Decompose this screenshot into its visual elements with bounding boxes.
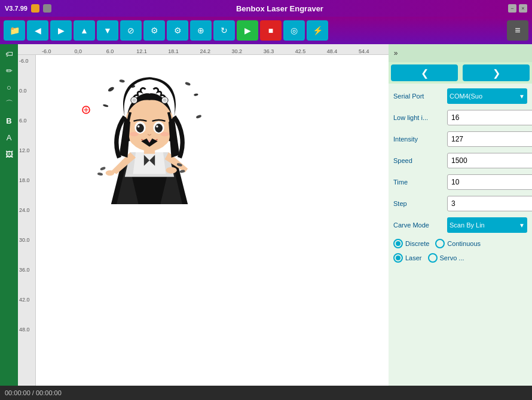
drawing-area[interactable] [36, 55, 389, 386]
discrete-continuous-group: Discrete Continuous [393, 239, 527, 248]
app-title: Benbox Laser Engraver [236, 4, 323, 13]
intensity-label: Intensity [393, 136, 447, 143]
pen-tool-button[interactable]: ✏ [2, 63, 16, 78]
title-bar-left: V3.7.99 [5, 4, 51, 13]
step-input[interactable] [447, 196, 532, 211]
dot-orange [31, 4, 39, 13]
tag-tool-button[interactable]: 🏷 [2, 47, 16, 61]
serial-port-dropdown[interactable]: COM4(Suo ▼ [447, 88, 527, 104]
continuous-radio-item[interactable]: Continuous [435, 239, 481, 248]
svg-point-7 [194, 93, 198, 96]
speed-row: Speed [393, 153, 527, 168]
ruler-mark: -6.0 [42, 48, 51, 54]
ruler-mark: 48.4 [327, 48, 338, 54]
speed-label: Speed [393, 157, 447, 164]
low-light-input[interactable] [447, 110, 532, 125]
ruler-mark: 54.4 [359, 48, 369, 54]
ruler-mark: 6.0 [106, 48, 114, 54]
intensity-input[interactable] [447, 131, 532, 147]
stop-button[interactable]: ■ [260, 20, 282, 41]
svg-point-3 [108, 86, 115, 92]
down-button[interactable]: ▼ [97, 20, 118, 41]
ruler-mark: 12.1 [136, 48, 147, 54]
v-ruler-mark: 42.0 [19, 297, 30, 303]
next-button[interactable]: ▶ [50, 20, 72, 41]
close-button[interactable]: × [519, 4, 527, 13]
nav-next-button[interactable]: ❯ [463, 64, 530, 81]
v-ruler-mark: 48.0 [19, 327, 30, 333]
settings2-button[interactable]: ⚙ [167, 20, 188, 41]
nav-buttons: ❮ ❯ [389, 62, 532, 84]
gear-button[interactable]: ⚙ [143, 20, 165, 41]
svg-point-27 [156, 125, 158, 128]
toolbar: 📁 ◀ ▶ ▲ ▼ ⊘ ⚙ ⚙ ⊕ ↻ ▶ ■ ◎ ⚡ ≡ [0, 17, 532, 44]
anime-character-image [84, 73, 215, 204]
carve-mode-label: Carve Mode [393, 221, 447, 229]
svg-point-24 [136, 124, 144, 133]
continuous-radio-circle [435, 239, 445, 248]
panel-toggle-button[interactable]: » [389, 46, 403, 60]
carve-mode-dropdown[interactable]: Scan By Lin ▼ [447, 217, 527, 233]
low-light-row: Low light i... [393, 110, 527, 125]
dot-gray [43, 4, 51, 13]
speed-input[interactable] [447, 153, 532, 168]
minimize-button[interactable]: − [508, 4, 516, 13]
svg-point-21 [163, 99, 167, 102]
ruler-mark: 42.5 [295, 48, 306, 54]
circle-tool-button[interactable]: ○ [2, 80, 16, 94]
ruler-mark: 18.1 [168, 48, 179, 54]
intensity-row: Intensity [393, 131, 527, 147]
svg-point-28 [130, 132, 139, 136]
carve-mode-row: Carve Mode Scan By Lin ▼ [393, 217, 527, 233]
v-ruler-mark: 0.0 [19, 88, 27, 94]
step-row: Step [393, 196, 527, 211]
continuous-label: Continuous [447, 240, 481, 247]
v-ruler-mark: -6.0 [19, 58, 29, 64]
nav-prev-button[interactable]: ❮ [391, 64, 458, 81]
play-button[interactable]: ▶ [237, 20, 258, 41]
time-input[interactable] [447, 174, 532, 190]
v-ruler-mark: 36.0 [19, 267, 30, 273]
svg-point-19 [133, 99, 136, 102]
folder-button[interactable]: 📁 [4, 20, 25, 41]
up-button[interactable]: ▲ [74, 20, 95, 41]
svg-point-13 [97, 173, 103, 176]
svg-point-29 [160, 132, 169, 136]
version-label: V3.7.99 [5, 5, 27, 12]
prev-button[interactable]: ◀ [27, 20, 48, 41]
circle-button[interactable]: ◎ [283, 20, 305, 41]
servo-label: Servo ... [440, 254, 464, 261]
canvas-container: -6.0 0,0 6.0 12.1 18.1 24.2 30.2 36.3 42… [18, 44, 389, 386]
canvas-left-ruler: -6.0 0.0 6.0 12.0 18.0 24.0 30.0 36.0 42… [18, 55, 36, 386]
bolt-button[interactable]: ⚡ [307, 20, 328, 41]
laser-radio-item[interactable]: Laser [393, 253, 422, 263]
ban-button[interactable]: ⊘ [120, 20, 142, 41]
low-light-label: Low light i... [393, 114, 447, 121]
servo-radio-item[interactable]: Servo ... [428, 253, 464, 263]
panel-tabs: » [389, 44, 532, 62]
text-size-tool-button[interactable]: A [2, 130, 16, 144]
status-time: 00:00:00 / 00:00:00 [5, 389, 62, 396]
title-bar: V3.7.99 Benbox Laser Engraver − × [0, 0, 532, 17]
step-label: Step [393, 200, 447, 207]
discrete-radio-item[interactable]: Discrete [393, 239, 429, 248]
bold-tool-button[interactable]: B [2, 113, 16, 128]
menu-button[interactable]: ≡ [507, 20, 528, 41]
ruler-mark: 0,0 [75, 48, 82, 54]
refresh-button[interactable]: ↻ [213, 20, 235, 41]
carve-mode-value: Scan By Lin [450, 221, 485, 229]
crosshair-button[interactable]: ⊕ [190, 20, 212, 41]
image-tool-button[interactable]: 🖼 [2, 147, 16, 161]
discrete-label: Discrete [405, 240, 429, 247]
window-controls: − × [508, 4, 527, 13]
svg-point-9 [195, 115, 201, 119]
curve-tool-button[interactable]: ⌒ [2, 97, 16, 111]
serial-port-row: Serial Port COM4(Suo ▼ [393, 88, 527, 104]
dropdown-arrow-icon: ▼ [519, 93, 525, 100]
ruler-mark: 30.2 [232, 48, 243, 54]
svg-point-12 [100, 167, 106, 171]
right-panel: » ❮ ❯ Serial Port COM4(Suo ▼ Low light i… [389, 44, 532, 386]
svg-point-25 [155, 124, 163, 133]
v-ruler-mark: 12.0 [19, 147, 30, 153]
v-ruler-mark: 18.0 [19, 177, 30, 183]
